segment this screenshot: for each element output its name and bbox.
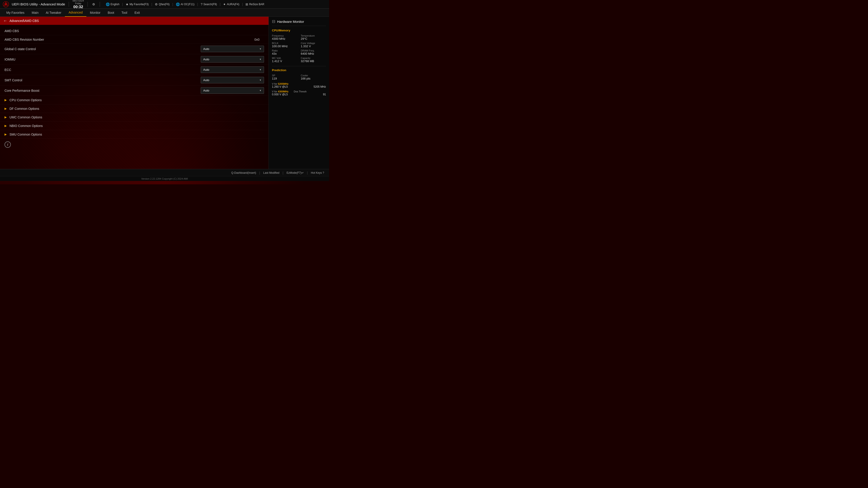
hw-monitor-title: Hardware Monitor — [277, 20, 304, 24]
dropdown-arrow-iommu-icon: ▼ — [259, 58, 261, 61]
smu-common-row[interactable]: ▶ SMU Common Options — [0, 130, 269, 139]
expand-umc-icon: ▶ — [4, 116, 7, 119]
search-icon: ? — [201, 2, 203, 6]
info-row: i — [0, 139, 269, 151]
ecc-dropdown[interactable]: Auto ▼ — [201, 66, 264, 73]
global-c-state-row: Global C-state Control Auto ▼ — [0, 44, 269, 54]
ecc-label: ECC — [4, 68, 201, 72]
nav-advanced[interactable]: Advanced — [65, 8, 86, 17]
iommu-value: Auto — [203, 58, 209, 61]
settings-button[interactable]: ⚙ — [91, 2, 96, 6]
frequency-stat: Frequency 4300 MHz — [272, 34, 297, 40]
iommu-dropdown[interactable]: Auto ▼ — [201, 56, 264, 63]
v-for-4300-row: V for 4300MHz Dos Thresh 0.930 V @L5 91 — [272, 90, 326, 96]
core-perf-boost-label: Core Performance Boost — [4, 89, 201, 92]
nav-main[interactable]: Main — [28, 8, 42, 17]
sp-stat: SP 119 — [272, 74, 297, 80]
frequency-value: 4300 MHz — [272, 37, 297, 40]
core-perf-boost-value: Auto — [203, 89, 209, 92]
global-c-state-value: Auto — [203, 47, 209, 51]
cooler-label: Cooler — [301, 74, 326, 77]
v-for-4300-value: 0.930 V @L5 — [272, 93, 288, 96]
capacity-value: 32768 MB — [301, 59, 326, 63]
v-for-4300-desc: V for 4300MHz Dos Thresh — [272, 90, 326, 93]
bclk-label: BCLK — [272, 42, 297, 44]
hw-monitor-panel: ⊟ Hardware Monitor CPU/Memory Frequency … — [269, 17, 329, 169]
expand-smu-icon: ▶ — [4, 133, 7, 136]
nav-exit[interactable]: Exit — [131, 8, 143, 17]
temperature-value: 29°C — [301, 37, 326, 40]
amd-cbs-section-row: AMD CBS — [0, 27, 269, 35]
smt-control-dropdown[interactable]: Auto ▼ — [201, 77, 264, 84]
sp-value: 119 — [272, 77, 297, 80]
iommu-label: IOMMU — [4, 58, 201, 61]
header-divider — [69, 2, 69, 7]
search-button[interactable]: ? Search(F9) — [200, 2, 218, 6]
core-perf-boost-dropdown[interactable]: Auto ▼ — [201, 87, 264, 94]
hot-keys-button[interactable]: Hot Keys ? — [309, 171, 326, 175]
v-for-5205-value2: 5205 MHz — [313, 85, 326, 88]
nav-tool[interactable]: Tool — [118, 8, 131, 17]
v-for-5205-desc: V for 5205MHz — [272, 83, 326, 85]
nbio-common-row[interactable]: ▶ NBIO Common Options — [0, 122, 269, 130]
rog-logo — [3, 1, 9, 7]
nav-boot[interactable]: Boot — [104, 8, 118, 17]
resize-bar-button[interactable]: ⊞ ReSize BAR — [245, 2, 265, 6]
v-for-5205-value1: 1.260 V @L5 — [272, 85, 288, 88]
temperature-label: Temperature — [301, 34, 326, 37]
nav-ai-tweaker[interactable]: Ai Tweaker — [42, 8, 65, 17]
iommu-row: IOMMU Auto ▼ — [0, 54, 269, 65]
aura-button[interactable]: ✦ AURA(F4) — [222, 2, 240, 6]
umc-common-row[interactable]: ▶ UMC Common Options — [0, 113, 269, 122]
core-voltage-stat: Core Voltage 1.332 V — [301, 42, 326, 48]
hw-divider — [272, 66, 326, 66]
cpu-memory-section-title: CPU/Memory — [272, 29, 326, 32]
time-text: 00:32 — [73, 5, 83, 9]
ratio-value: 43x — [272, 52, 297, 55]
nav-monitor[interactable]: Monitor — [86, 8, 104, 17]
smt-control-value: Auto — [203, 78, 209, 82]
ai-oc-button[interactable]: 🌐 AI OC(F11) — [175, 2, 195, 6]
ratio-label: Ratio — [272, 49, 297, 52]
breadcrumb-back-button[interactable]: ← — [3, 19, 7, 23]
cpu-memory-grid: Frequency 4300 MHz Temperature 29°C BCLK… — [272, 34, 326, 63]
hw-monitor-icon: ⊟ — [272, 19, 275, 24]
temperature-stat: Temperature 29°C — [301, 34, 326, 40]
dos-thresh-label: Dos Thresh — [293, 90, 307, 93]
expand-df-icon: ▶ — [4, 107, 7, 110]
header-actions: 🌐 English | ★ My Favorite(F3) | ⚙ Qfan(F… — [105, 2, 265, 6]
global-c-state-dropdown[interactable]: Auto ▼ — [201, 46, 264, 52]
ecc-row: ECC Auto ▼ — [0, 65, 269, 75]
version-bar: Version 2.22.1284 Copyright (C) 2024 AMI — [0, 176, 329, 181]
prediction-section-title: Prediction — [272, 68, 326, 72]
core-voltage-label: Core Voltage — [301, 42, 326, 44]
aura-icon: ✦ — [223, 2, 226, 6]
umc-common-label: UMC Common Options — [9, 116, 42, 119]
q-dashboard-button[interactable]: Q-Dashboard(Insert) — [230, 171, 257, 175]
smt-control-row: SMT Control Auto ▼ — [0, 75, 269, 86]
svg-point-2 — [5, 3, 7, 5]
ecc-value: Auto — [203, 68, 209, 71]
cpu-common-row[interactable]: ▶ CPU Common Options — [0, 96, 269, 104]
my-favorite-button[interactable]: ★ My Favorite(F3) — [125, 2, 150, 6]
header-title: UEFI BIOS Utility - Advanced Mode — [12, 2, 65, 6]
header: UEFI BIOS Utility - Advanced Mode 09/27/… — [0, 0, 329, 8]
ratio-stat: Ratio 43x — [272, 49, 297, 55]
english-button[interactable]: 🌐 English — [105, 2, 120, 6]
qfan-button[interactable]: ⚙ Qfan(F6) — [154, 2, 170, 6]
core-perf-boost-row: Core Performance Boost Auto ▼ — [0, 86, 269, 96]
settings-list: AMD CBS AMD CBS Revision Number 0x0 Glob… — [0, 25, 269, 169]
qfan-icon: ⚙ — [155, 2, 158, 6]
smu-common-label: SMU Common Options — [9, 133, 42, 136]
cooler-value: 166 pts — [301, 77, 326, 80]
amd-cbs-revision-row: AMD CBS Revision Number 0x0 — [0, 35, 269, 44]
expand-cpu-icon: ▶ — [4, 98, 7, 102]
nav-my-favorites[interactable]: My Favorites — [3, 8, 28, 17]
df-common-row[interactable]: ▶ DF Common Options — [0, 104, 269, 113]
date-text: 09/27/2024 — [72, 0, 84, 2]
info-button[interactable]: i — [4, 141, 11, 148]
last-modified-button[interactable]: Last Modified — [262, 171, 281, 175]
amd-cbs-revision-value: 0x0 — [254, 38, 259, 41]
ezmode-button[interactable]: EzMode(F7)↵ — [285, 171, 305, 175]
amd-cbs-label: AMD CBS — [4, 29, 264, 33]
